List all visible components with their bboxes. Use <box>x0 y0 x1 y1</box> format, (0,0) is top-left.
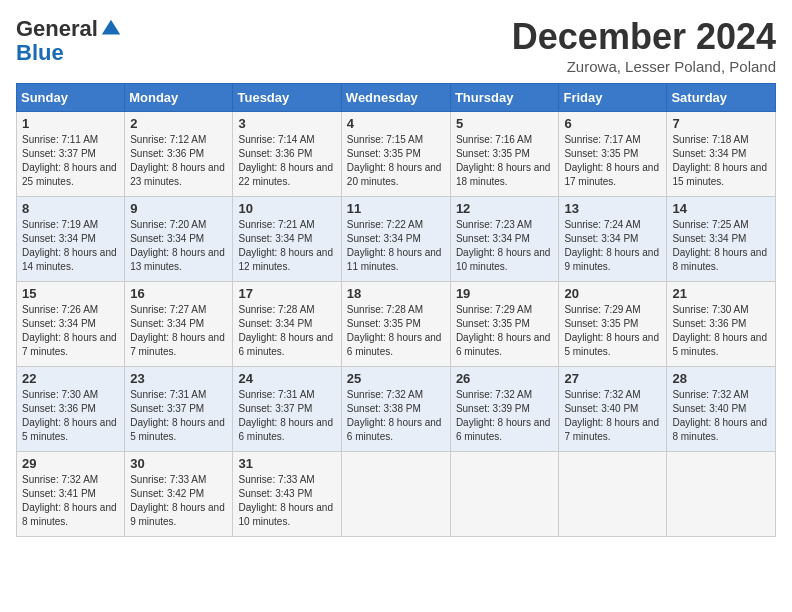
calendar-cell: 21Sunrise: 7:30 AMSunset: 3:36 PMDayligh… <box>667 282 776 367</box>
day-info: Sunrise: 7:20 AMSunset: 3:34 PMDaylight:… <box>130 218 227 274</box>
day-number: 7 <box>672 116 770 131</box>
day-number: 17 <box>238 286 335 301</box>
calendar-cell: 1Sunrise: 7:11 AMSunset: 3:37 PMDaylight… <box>17 112 125 197</box>
day-number: 9 <box>130 201 227 216</box>
calendar-cell: 18Sunrise: 7:28 AMSunset: 3:35 PMDayligh… <box>341 282 450 367</box>
day-info: Sunrise: 7:29 AMSunset: 3:35 PMDaylight:… <box>564 303 661 359</box>
logo-general-text: General <box>16 16 98 42</box>
day-number: 19 <box>456 286 554 301</box>
day-info: Sunrise: 7:21 AMSunset: 3:34 PMDaylight:… <box>238 218 335 274</box>
logo-icon <box>100 18 122 40</box>
calendar-cell: 3Sunrise: 7:14 AMSunset: 3:36 PMDaylight… <box>233 112 341 197</box>
calendar-cell: 8Sunrise: 7:19 AMSunset: 3:34 PMDaylight… <box>17 197 125 282</box>
title-block: December 2024 Zurowa, Lesser Poland, Pol… <box>512 16 776 75</box>
day-number: 11 <box>347 201 445 216</box>
calendar-cell <box>450 452 559 537</box>
day-number: 21 <box>672 286 770 301</box>
calendar-cell: 28Sunrise: 7:32 AMSunset: 3:40 PMDayligh… <box>667 367 776 452</box>
day-number: 3 <box>238 116 335 131</box>
weekday-header-row: SundayMondayTuesdayWednesdayThursdayFrid… <box>17 84 776 112</box>
day-info: Sunrise: 7:32 AMSunset: 3:38 PMDaylight:… <box>347 388 445 444</box>
day-info: Sunrise: 7:26 AMSunset: 3:34 PMDaylight:… <box>22 303 119 359</box>
calendar-cell: 7Sunrise: 7:18 AMSunset: 3:34 PMDaylight… <box>667 112 776 197</box>
day-number: 25 <box>347 371 445 386</box>
calendar-cell: 14Sunrise: 7:25 AMSunset: 3:34 PMDayligh… <box>667 197 776 282</box>
weekday-header-monday: Monday <box>125 84 233 112</box>
day-info: Sunrise: 7:28 AMSunset: 3:35 PMDaylight:… <box>347 303 445 359</box>
day-number: 13 <box>564 201 661 216</box>
calendar-cell: 6Sunrise: 7:17 AMSunset: 3:35 PMDaylight… <box>559 112 667 197</box>
calendar-week-row: 29Sunrise: 7:32 AMSunset: 3:41 PMDayligh… <box>17 452 776 537</box>
day-number: 23 <box>130 371 227 386</box>
day-info: Sunrise: 7:14 AMSunset: 3:36 PMDaylight:… <box>238 133 335 189</box>
day-number: 6 <box>564 116 661 131</box>
calendar-cell: 9Sunrise: 7:20 AMSunset: 3:34 PMDaylight… <box>125 197 233 282</box>
day-info: Sunrise: 7:33 AMSunset: 3:43 PMDaylight:… <box>238 473 335 529</box>
day-number: 24 <box>238 371 335 386</box>
calendar-week-row: 1Sunrise: 7:11 AMSunset: 3:37 PMDaylight… <box>17 112 776 197</box>
day-number: 16 <box>130 286 227 301</box>
day-info: Sunrise: 7:32 AMSunset: 3:40 PMDaylight:… <box>564 388 661 444</box>
day-number: 30 <box>130 456 227 471</box>
day-info: Sunrise: 7:25 AMSunset: 3:34 PMDaylight:… <box>672 218 770 274</box>
day-number: 27 <box>564 371 661 386</box>
day-info: Sunrise: 7:32 AMSunset: 3:41 PMDaylight:… <box>22 473 119 529</box>
day-number: 4 <box>347 116 445 131</box>
day-number: 20 <box>564 286 661 301</box>
calendar-cell: 2Sunrise: 7:12 AMSunset: 3:36 PMDaylight… <box>125 112 233 197</box>
day-info: Sunrise: 7:27 AMSunset: 3:34 PMDaylight:… <box>130 303 227 359</box>
day-info: Sunrise: 7:30 AMSunset: 3:36 PMDaylight:… <box>22 388 119 444</box>
calendar-cell: 22Sunrise: 7:30 AMSunset: 3:36 PMDayligh… <box>17 367 125 452</box>
logo: General Blue <box>16 16 122 64</box>
calendar-cell: 30Sunrise: 7:33 AMSunset: 3:42 PMDayligh… <box>125 452 233 537</box>
day-info: Sunrise: 7:19 AMSunset: 3:34 PMDaylight:… <box>22 218 119 274</box>
calendar-cell: 10Sunrise: 7:21 AMSunset: 3:34 PMDayligh… <box>233 197 341 282</box>
day-number: 18 <box>347 286 445 301</box>
day-number: 22 <box>22 371 119 386</box>
calendar-week-row: 22Sunrise: 7:30 AMSunset: 3:36 PMDayligh… <box>17 367 776 452</box>
day-number: 10 <box>238 201 335 216</box>
weekday-header-friday: Friday <box>559 84 667 112</box>
calendar-cell: 27Sunrise: 7:32 AMSunset: 3:40 PMDayligh… <box>559 367 667 452</box>
day-number: 29 <box>22 456 119 471</box>
day-info: Sunrise: 7:15 AMSunset: 3:35 PMDaylight:… <box>347 133 445 189</box>
day-info: Sunrise: 7:24 AMSunset: 3:34 PMDaylight:… <box>564 218 661 274</box>
weekday-header-saturday: Saturday <box>667 84 776 112</box>
day-number: 14 <box>672 201 770 216</box>
day-number: 5 <box>456 116 554 131</box>
day-info: Sunrise: 7:30 AMSunset: 3:36 PMDaylight:… <box>672 303 770 359</box>
day-info: Sunrise: 7:12 AMSunset: 3:36 PMDaylight:… <box>130 133 227 189</box>
day-info: Sunrise: 7:28 AMSunset: 3:34 PMDaylight:… <box>238 303 335 359</box>
day-info: Sunrise: 7:32 AMSunset: 3:40 PMDaylight:… <box>672 388 770 444</box>
calendar-cell: 29Sunrise: 7:32 AMSunset: 3:41 PMDayligh… <box>17 452 125 537</box>
page-header: General Blue December 2024 Zurowa, Lesse… <box>16 16 776 75</box>
day-number: 28 <box>672 371 770 386</box>
day-info: Sunrise: 7:17 AMSunset: 3:35 PMDaylight:… <box>564 133 661 189</box>
weekday-header-tuesday: Tuesday <box>233 84 341 112</box>
day-info: Sunrise: 7:18 AMSunset: 3:34 PMDaylight:… <box>672 133 770 189</box>
calendar-cell <box>559 452 667 537</box>
day-info: Sunrise: 7:33 AMSunset: 3:42 PMDaylight:… <box>130 473 227 529</box>
calendar-cell: 5Sunrise: 7:16 AMSunset: 3:35 PMDaylight… <box>450 112 559 197</box>
day-info: Sunrise: 7:16 AMSunset: 3:35 PMDaylight:… <box>456 133 554 189</box>
calendar-cell: 16Sunrise: 7:27 AMSunset: 3:34 PMDayligh… <box>125 282 233 367</box>
day-number: 15 <box>22 286 119 301</box>
calendar-cell: 13Sunrise: 7:24 AMSunset: 3:34 PMDayligh… <box>559 197 667 282</box>
calendar-week-row: 15Sunrise: 7:26 AMSunset: 3:34 PMDayligh… <box>17 282 776 367</box>
calendar-cell: 25Sunrise: 7:32 AMSunset: 3:38 PMDayligh… <box>341 367 450 452</box>
calendar-cell: 19Sunrise: 7:29 AMSunset: 3:35 PMDayligh… <box>450 282 559 367</box>
weekday-header-wednesday: Wednesday <box>341 84 450 112</box>
day-info: Sunrise: 7:23 AMSunset: 3:34 PMDaylight:… <box>456 218 554 274</box>
calendar-cell: 15Sunrise: 7:26 AMSunset: 3:34 PMDayligh… <box>17 282 125 367</box>
day-number: 31 <box>238 456 335 471</box>
calendar-cell: 4Sunrise: 7:15 AMSunset: 3:35 PMDaylight… <box>341 112 450 197</box>
calendar-cell <box>341 452 450 537</box>
calendar-cell: 23Sunrise: 7:31 AMSunset: 3:37 PMDayligh… <box>125 367 233 452</box>
calendar-table: SundayMondayTuesdayWednesdayThursdayFrid… <box>16 83 776 537</box>
day-info: Sunrise: 7:31 AMSunset: 3:37 PMDaylight:… <box>238 388 335 444</box>
calendar-cell <box>667 452 776 537</box>
day-number: 1 <box>22 116 119 131</box>
day-number: 2 <box>130 116 227 131</box>
day-number: 26 <box>456 371 554 386</box>
day-number: 12 <box>456 201 554 216</box>
